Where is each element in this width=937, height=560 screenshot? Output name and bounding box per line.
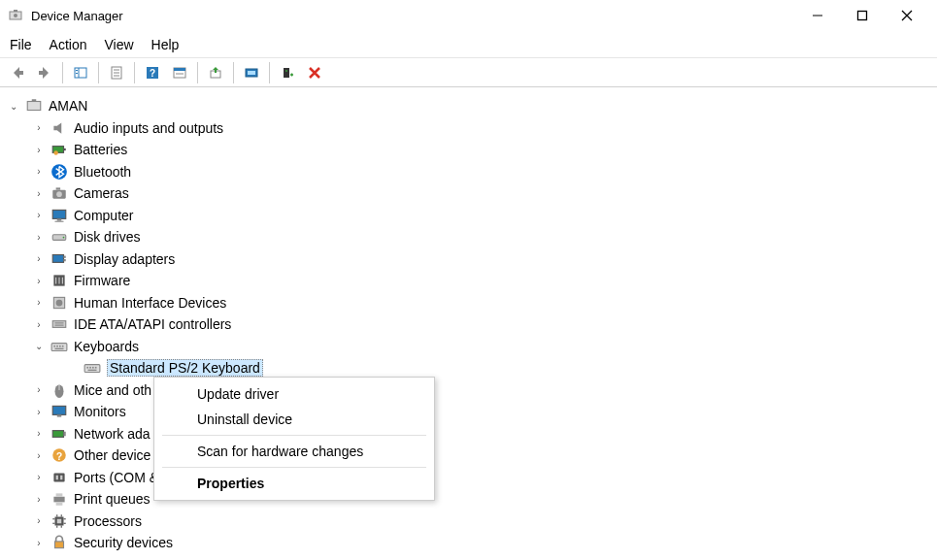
tree-item-bluetooth[interactable]: › Bluetooth [6, 161, 937, 183]
tree-item-label: Processors [74, 513, 142, 529]
chevron-right-icon[interactable]: › [33, 166, 45, 178]
maximize-button[interactable] [840, 0, 885, 31]
tree-item-label: IDE ATA/ATAPI controllers [74, 316, 231, 332]
bluetooth-icon [50, 163, 68, 181]
tree-item-display[interactable]: › Display adapters [6, 248, 937, 271]
ctx-uninstall[interactable]: Uninstall device [154, 407, 434, 432]
svg-rect-71 [53, 473, 64, 481]
properties-button[interactable] [103, 61, 130, 84]
tree-item-hid[interactable]: › Human Interface Devices [6, 292, 937, 314]
tree-item-network[interactable]: › Network ada [6, 423, 937, 445]
svg-rect-55 [62, 346, 64, 347]
chevron-right-icon[interactable]: › [33, 493, 45, 505]
tree-item-audio[interactable]: › Audio inputs and outputs [6, 117, 937, 140]
chevron-right-icon[interactable]: › [33, 428, 45, 440]
chevron-down-icon[interactable]: ⌄ [33, 341, 45, 352]
help-button[interactable]: ? [139, 61, 166, 84]
tree-item-keyboards[interactable]: ⌄ Keyboards [6, 336, 937, 358]
titlebar: Device Manager [0, 0, 937, 31]
forward-button[interactable] [31, 61, 58, 84]
action-sheet-button[interactable] [166, 61, 193, 84]
tree-item-disk[interactable]: › Disk drives [6, 226, 937, 248]
scan-hardware-button[interactable] [238, 61, 265, 84]
ctx-separator [162, 435, 426, 436]
uninstall-button[interactable] [301, 61, 328, 84]
menu-view[interactable]: View [104, 37, 133, 52]
svg-point-47 [56, 299, 63, 306]
chevron-right-icon[interactable]: › [33, 297, 45, 309]
chevron-placeholder [66, 362, 78, 374]
chevron-right-icon[interactable]: › [33, 406, 45, 417]
tree-item-mice[interactable]: › Mice and oth [6, 379, 937, 402]
monitor-icon [50, 403, 68, 420]
svg-rect-60 [92, 367, 94, 369]
chevron-right-icon[interactable]: › [33, 210, 45, 221]
svg-rect-9 [76, 70, 78, 71]
tree-item-label: Bluetooth [74, 164, 131, 180]
chevron-right-icon[interactable]: › [33, 275, 45, 286]
firmware-icon [50, 272, 68, 289]
chevron-right-icon[interactable]: › [33, 122, 45, 134]
device-tree[interactable]: ⌄ AMAN › Audio inputs and outputs › Batt… [0, 89, 937, 560]
svg-point-32 [56, 192, 62, 198]
tree-item-batteries[interactable]: › Batteries [6, 139, 937, 161]
svg-rect-34 [52, 210, 66, 218]
chevron-right-icon[interactable]: › [33, 472, 45, 483]
tree-item-label: Computer [74, 208, 133, 223]
svg-rect-76 [56, 503, 63, 506]
svg-rect-61 [95, 367, 97, 369]
svg-rect-54 [59, 346, 61, 347]
back-button[interactable] [4, 61, 31, 84]
tree-item-monitors[interactable]: › Monitors [6, 401, 937, 423]
menu-action[interactable]: Action [50, 37, 87, 52]
context-menu: Update driver Uninstall device Scan for … [153, 377, 435, 501]
tree-item-computer[interactable]: › Computer [6, 205, 937, 227]
tree-item-other[interactable]: › ? Other device [6, 445, 937, 467]
svg-rect-10 [76, 73, 78, 74]
toolbar: ? [0, 58, 937, 87]
close-button[interactable] [885, 0, 929, 31]
tree-item-security[interactable]: › Security devices [6, 532, 937, 554]
chevron-right-icon[interactable]: › [33, 515, 45, 527]
svg-rect-87 [55, 542, 64, 548]
svg-rect-58 [86, 367, 88, 369]
tree-item-firmware[interactable]: › Firmware [6, 270, 937, 292]
app-icon [8, 8, 23, 23]
update-driver-button[interactable] [202, 61, 229, 84]
tree-item-label: Cameras [74, 185, 129, 201]
add-hardware-button[interactable] [274, 61, 301, 84]
svg-text:?: ? [150, 68, 155, 79]
tree-item-label: Firmware [74, 273, 130, 288]
svg-rect-33 [56, 188, 61, 190]
tree-item-ide[interactable]: › IDE ATA/ATAPI controllers [6, 313, 937, 336]
toolbar-separator [233, 62, 234, 83]
tree-item-cameras[interactable]: › Cameras [6, 182, 937, 205]
tree-item-processors[interactable]: › Processors [6, 511, 937, 533]
ctx-update-driver[interactable]: Update driver [154, 381, 434, 407]
menu-file[interactable]: File [10, 37, 32, 52]
show-hide-tree-button[interactable] [67, 61, 94, 84]
minimize-button[interactable] [795, 0, 840, 31]
chevron-right-icon[interactable]: › [33, 449, 45, 461]
svg-point-29 [53, 150, 58, 155]
chevron-right-icon[interactable]: › [33, 253, 45, 265]
svg-rect-59 [89, 367, 91, 369]
menu-help[interactable]: Help [151, 37, 180, 52]
chevron-down-icon[interactable]: ⌄ [8, 100, 19, 112]
computer-icon [25, 97, 43, 115]
ctx-properties[interactable]: Properties [154, 471, 434, 496]
chevron-right-icon[interactable]: › [33, 144, 45, 155]
chevron-right-icon[interactable]: › [33, 187, 45, 199]
tree-item-print[interactable]: › Print queues [6, 488, 937, 511]
menubar: File Action View Help [0, 31, 937, 58]
tree-item-ports[interactable]: › Ports (COM & [6, 467, 937, 489]
chevron-right-icon[interactable]: › [33, 537, 45, 548]
ctx-scan[interactable]: Scan for hardware changes [154, 439, 434, 464]
chevron-right-icon[interactable]: › [33, 318, 45, 330]
chevron-right-icon[interactable]: › [33, 384, 45, 396]
tree-root[interactable]: ⌄ AMAN [6, 95, 937, 117]
svg-rect-74 [53, 497, 64, 503]
tree-item-standard-keyboard[interactable]: Standard PS/2 Keyboard [6, 357, 937, 379]
svg-rect-68 [64, 432, 66, 437]
chevron-right-icon[interactable]: › [33, 231, 45, 243]
